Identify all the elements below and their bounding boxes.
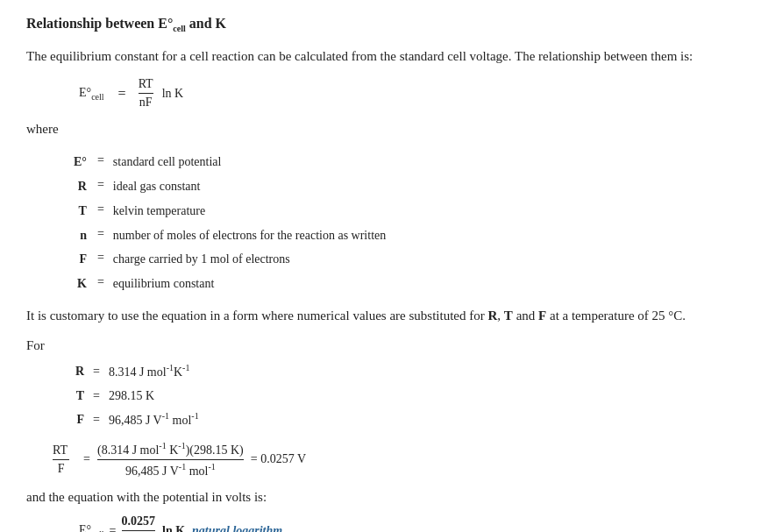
def-symbol-n: n [70,223,92,248]
def-text-f: charge carried by 1 mol of electrons [110,247,389,272]
def-text-k: equilibrium constant [110,272,389,296]
main-formula: E°cell = RT nF ln K [79,77,735,110]
def-row-e: E° = standard cell potential [70,150,389,174]
where-label: where [26,118,735,139]
for-symbol-f: F [70,408,88,432]
for-symbol-r: R [70,359,88,384]
customary-text: It is customary to use the equation in a… [26,305,735,326]
bottom-formula-block: E°cell = 0.0257 n ln K natural logarithm [79,514,735,532]
def-text-t: kelvin temperature [110,199,389,223]
rt-calc-denominator: 96,485 J V-1 mol-1 [125,460,216,479]
rt-calculation-block: RT F = (8.314 J mol-1 K-1)(298.15 K) 96,… [53,441,735,478]
bottom-equals: = [110,524,117,532]
main-equals: = [118,86,126,102]
for-val-f: 96,485 J V-1 mol-1 [105,408,203,432]
for-eq-t: = [88,384,105,408]
def-eq-e: = [92,150,110,174]
def-row-k: K = equilibrium constant [70,272,389,296]
rt-calc-numerator: (8.314 J mol-1 K-1)(298.15 K) [97,441,244,460]
for-values-table: R = 8.314 J mol-1K-1 T = 298.15 K F = 96… [70,359,203,432]
rt-result: = 0.0257 V [251,452,306,466]
bottom-formula-row: E°cell = 0.0257 n ln K natural logarithm [79,514,735,532]
intro-text: The equilibrium constant for a cell reac… [26,46,735,67]
rt-numerator-label: RT [53,443,69,460]
def-text-n: number of moles of electrons for the rea… [110,223,389,248]
where-section: where E° = standard cell potential R = i… [26,118,735,296]
def-text-r: ideal gas constant [110,174,389,199]
def-eq-k: = [92,272,110,296]
for-label: For [26,335,735,356]
rt-equals: = [83,452,90,466]
for-val-r: 8.314 J mol-1K-1 [105,359,203,384]
def-row-f: F = charge carried by 1 mol of electrons [70,247,389,272]
definitions-table: E° = standard cell potential R = ideal g… [70,150,389,296]
bottom-ln-k: ln K [162,524,185,532]
def-row-n: n = number of moles of electrons for the… [70,223,389,248]
bottom-fraction: 0.0257 n [122,514,156,532]
def-row-r: R = ideal gas constant [70,174,389,199]
for-row-t: T = 298.15 K [70,384,203,408]
fraction-numerator: RT [139,77,153,94]
rt-nf-fraction: RT nF [139,77,153,110]
rt-frac-label: RT F [53,443,69,476]
ln-k-label: ln K [162,87,184,101]
and-text: and the equation with the potential in v… [26,486,735,507]
for-val-t: 298.15 K [105,384,203,408]
def-eq-f: = [92,247,110,272]
def-row-t: T = kelvin temperature [70,199,389,223]
for-section: For R = 8.314 J mol-1K-1 T = 298.15 K F … [26,335,735,432]
fraction-denominator: nF [139,94,153,110]
def-symbol-e: E° [70,150,92,174]
def-symbol-r: R [70,174,92,199]
for-row-f: F = 96,485 J V-1 mol-1 [70,408,203,432]
for-eq-r: = [88,359,105,384]
def-eq-n: = [92,223,110,248]
def-symbol-f: F [70,247,92,272]
rt-denominator-label: F [58,460,65,476]
for-symbol-t: T [70,384,88,408]
for-row-r: R = 8.314 J mol-1K-1 [70,359,203,384]
def-text-e: standard cell potential [110,150,389,174]
page-title: Relationship between E°cell and K [26,16,735,33]
bottom-ecell-label: E°cell [79,523,104,532]
natural-logarithm-link[interactable]: natural logarithm [192,524,282,532]
rt-inner-fraction: (8.314 J mol-1 K-1)(298.15 K) 96,485 J V… [97,441,244,478]
bottom-numerator: 0.0257 [122,514,156,531]
ecell-label: E°cell [79,86,104,102]
def-eq-r: = [92,174,110,199]
def-symbol-k: K [70,272,92,296]
for-eq-f: = [88,408,105,432]
def-eq-t: = [92,199,110,223]
def-symbol-t: T [70,199,92,223]
